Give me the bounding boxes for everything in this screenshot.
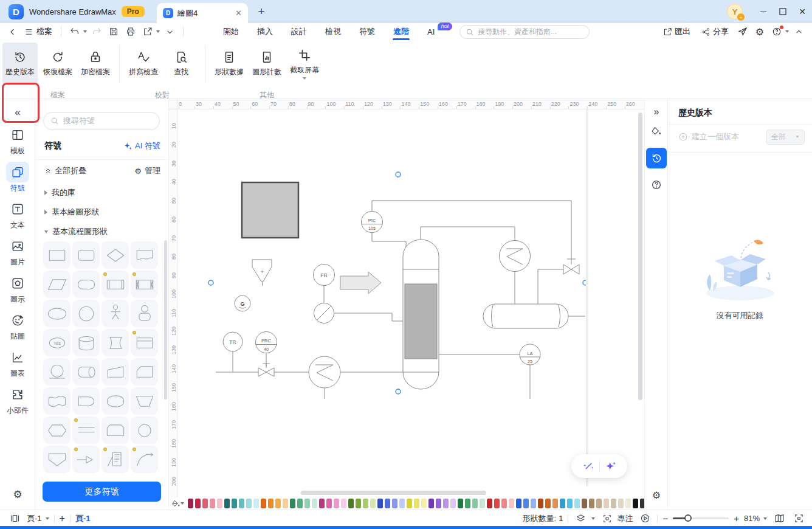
ribbon-button-形狀數據[interactable]: 形狀數據 (212, 43, 247, 85)
more-symbols-button[interactable]: 更多符號 (43, 482, 161, 502)
minimize-button[interactable]: ─ (754, 0, 773, 23)
shape-arrow-line[interactable] (72, 446, 100, 473)
focus-label[interactable]: 專注 (617, 513, 633, 524)
shape-slanted-rectangle[interactable] (102, 358, 129, 386)
zoom-in-button[interactable]: + (734, 513, 739, 524)
sidebar-item-圖表[interactable]: 圖表 (6, 347, 29, 379)
maximize-button[interactable] (773, 0, 793, 23)
ai-symbols-link[interactable]: AI 符號 (123, 140, 160, 151)
shape-yes-oval[interactable]: Yes (43, 329, 71, 356)
color-swatch[interactable] (217, 499, 222, 508)
nav-item-AI[interactable]: AIhot (418, 23, 444, 40)
sidebar-item-文本[interactable]: 文本 (6, 199, 29, 230)
export-button[interactable]: 匯出 (659, 26, 695, 37)
share-button[interactable]: 分享 (697, 26, 733, 37)
shape-hexagon[interactable] (43, 417, 71, 444)
collapse-sidebar-icon[interactable]: « (0, 106, 35, 119)
fill-bucket-icon[interactable] (171, 499, 184, 508)
help-panel-icon[interactable] (645, 179, 668, 190)
color-swatch[interactable] (385, 499, 390, 508)
page-selector[interactable]: 頁-1 (27, 513, 42, 524)
color-swatch[interactable] (297, 499, 303, 508)
nav-item-符號[interactable]: 符號 (350, 23, 384, 40)
shape-annotation[interactable] (102, 446, 129, 473)
shape-cylinder[interactable] (72, 329, 100, 356)
color-swatch[interactable] (436, 499, 441, 508)
canvas-settings-gear-icon[interactable]: ⚙ (645, 489, 668, 501)
ai-sparkles-icon[interactable] (605, 460, 616, 472)
shape-terminator[interactable] (72, 271, 100, 298)
color-swatch[interactable] (494, 499, 500, 508)
global-search[interactable]: 搜尋動作、資產和指南... (459, 25, 590, 39)
drawing-viewport[interactable]: PIC 105 FR G TR PRC 40 LA 25 + (177, 109, 644, 497)
focus-mode-icon[interactable] (600, 511, 614, 526)
send-plane-icon[interactable] (735, 24, 750, 39)
close-button[interactable]: ✕ (793, 0, 812, 23)
create-version-button[interactable]: 建立一個版本 (678, 131, 739, 142)
category-基本繪圖形狀[interactable]: 基本繪圖形狀 (44, 202, 160, 222)
sidebar-settings-gear-icon[interactable]: ⚙ (0, 488, 35, 501)
zoom-slider-knob[interactable] (684, 514, 692, 522)
pid-diagram[interactable]: PIC 105 FR G TR PRC 40 LA 25 + (177, 109, 644, 497)
ribbon-button-歷史版本[interactable]: 歷史版本 (2, 43, 38, 85)
nav-item-插入[interactable]: 插入 (248, 23, 282, 40)
page-caret-icon[interactable] (46, 517, 49, 520)
color-swatch[interactable] (363, 499, 368, 508)
nav-item-開始[interactable]: 開始 (214, 23, 248, 40)
zoom-caret-icon[interactable] (763, 517, 767, 520)
undo-caret-icon[interactable] (83, 30, 87, 33)
color-swatch[interactable] (538, 499, 543, 508)
color-swatch[interactable] (472, 499, 478, 508)
manage-button[interactable]: ⚙ 管理 (134, 165, 160, 176)
color-swatch[interactable] (428, 499, 434, 508)
color-swatch[interactable] (334, 499, 339, 508)
collapse-panel-icon[interactable]: » (645, 106, 668, 117)
color-swatch[interactable] (611, 499, 616, 508)
vertical-scrollbar[interactable] (638, 112, 642, 400)
color-swatch[interactable] (414, 499, 419, 508)
sidebar-item-小部件[interactable]: 小部件 (6, 384, 29, 416)
shape-table-header[interactable] (131, 329, 158, 356)
document-tab[interactable]: D 繪圖4 ✕ (157, 3, 248, 23)
color-swatch[interactable] (283, 499, 288, 508)
shape-double-line[interactable] (72, 417, 100, 444)
shape-delay[interactable] (72, 387, 100, 415)
export-caret-icon[interactable] (156, 30, 160, 33)
shape-inverted-trapezoid[interactable] (131, 387, 158, 415)
color-swatch[interactable] (421, 499, 427, 508)
color-swatch[interactable] (210, 499, 215, 508)
category-基本流程圖形狀[interactable]: 基本流程圖形狀 (44, 222, 160, 241)
shape-person[interactable] (102, 300, 129, 327)
color-swatch[interactable] (356, 499, 361, 508)
shape-rectangle[interactable] (43, 241, 71, 269)
color-swatch[interactable] (480, 499, 485, 508)
shape-curved-storage[interactable] (102, 329, 129, 356)
color-swatch[interactable] (407, 499, 412, 508)
magic-wand-icon[interactable] (583, 460, 594, 472)
shape-snip-rectangle[interactable] (102, 417, 129, 444)
color-swatch[interactable] (392, 499, 397, 508)
shape-card[interactable] (131, 358, 158, 386)
color-swatch[interactable] (290, 499, 295, 508)
panel-scrollbar[interactable] (164, 240, 167, 399)
ribbon-button-拼寫檢查[interactable]: 拼寫檢查 (126, 43, 161, 85)
color-swatch[interactable] (560, 499, 565, 508)
color-swatch[interactable] (625, 499, 631, 508)
color-swatch[interactable] (582, 499, 587, 508)
print-icon[interactable] (123, 24, 138, 39)
color-swatch[interactable] (377, 499, 383, 508)
shape-ellipse[interactable] (43, 300, 71, 327)
shape-user[interactable] (131, 300, 158, 327)
color-swatch[interactable] (399, 499, 405, 508)
color-swatch[interactable] (596, 499, 602, 508)
color-swatch[interactable] (268, 499, 274, 508)
export-quick-icon[interactable] (140, 24, 155, 39)
color-swatch[interactable] (574, 499, 580, 508)
sidebar-item-貼圖[interactable]: 貼圖 (6, 310, 29, 342)
color-swatch[interactable] (341, 499, 346, 508)
active-page-tab[interactable]: 頁-1 (75, 513, 91, 524)
zoom-slider[interactable] (673, 517, 729, 519)
nav-item-檢視[interactable]: 檢視 (316, 23, 350, 40)
symbol-search-input[interactable]: 搜尋符號 (43, 112, 160, 130)
color-swatch[interactable] (261, 499, 266, 508)
